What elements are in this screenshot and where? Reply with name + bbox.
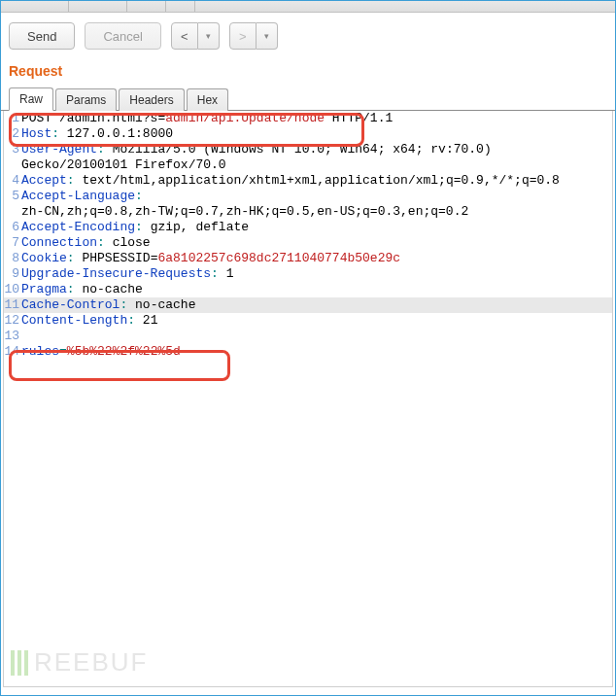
line-number [4, 204, 21, 220]
line-content: Accept: text/html,application/xhtml+xml,… [21, 173, 612, 189]
request-line[interactable]: 13 [4, 329, 612, 344]
line-content: Upgrade-Insecure-Requests: 1 [21, 266, 612, 282]
line-number: 7 [4, 235, 21, 251]
request-line[interactable]: 6Accept-Encoding: gzip, deflate [4, 220, 612, 235]
line-content: Content-Length: 21 [21, 313, 612, 329]
request-line[interactable]: 5Accept-Language: [4, 189, 612, 204]
history-forward-group: > ▾ [229, 22, 278, 50]
line-number: 13 [4, 329, 21, 344]
line-content: Pragma: no-cache [21, 282, 612, 297]
action-toolbar: Send Cancel < ▾ > ▾ [1, 13, 615, 59]
request-line[interactable]: 11Cache-Control: no-cache [4, 297, 612, 313]
line-content: Accept-Encoding: gzip, deflate [21, 220, 612, 235]
history-forward-dropdown[interactable]: ▾ [257, 22, 278, 50]
line-content: zh-CN,zh;q=0.8,zh-TW;q=0.7,zh-HK;q=0.5,e… [21, 204, 612, 220]
history-back-button[interactable]: < [171, 22, 198, 50]
line-content [21, 329, 612, 344]
line-content: Host: 127.0.0.1:8000 [21, 126, 612, 142]
strip-seg [166, 1, 195, 12]
strip-seg [1, 1, 69, 12]
request-line[interactable]: 10Pragma: no-cache [4, 282, 612, 297]
line-number: 12 [4, 313, 21, 329]
line-number: 3 [4, 142, 21, 157]
request-line[interactable]: 12Content-Length: 21 [4, 313, 612, 329]
line-number: 9 [4, 266, 21, 282]
chevron-down-icon: ▾ [206, 31, 211, 41]
chevron-left-icon: < [181, 29, 188, 44]
line-number: 10 [4, 282, 21, 297]
send-button[interactable]: Send [9, 22, 75, 50]
request-line[interactable]: 3User-Agent: Mozilla/5.0 (Windows NT 10.… [4, 142, 612, 157]
line-number [4, 157, 21, 173]
history-forward-button: > [229, 22, 257, 50]
line-number: 4 [4, 173, 21, 189]
request-line[interactable]: 14rules=%5b%22%2f%22%5d [4, 344, 612, 360]
request-line[interactable]: Gecko/20100101 Firefox/70.0 [4, 157, 612, 173]
tab-raw[interactable]: Raw [9, 87, 53, 111]
request-line[interactable]: 9Upgrade-Insecure-Requests: 1 [4, 266, 612, 282]
strip-seg [127, 1, 166, 12]
tab-headers[interactable]: Headers [119, 88, 184, 111]
tab-hex[interactable]: Hex [187, 88, 228, 111]
history-back-group: < ▾ [171, 22, 220, 50]
line-content: Gecko/20100101 Firefox/70.0 [21, 157, 612, 173]
request-line[interactable]: 7Connection: close [4, 235, 612, 251]
line-content: Cache-Control: no-cache [21, 297, 612, 313]
history-back-dropdown[interactable]: ▾ [198, 22, 220, 50]
request-line[interactable]: 1POST /admin.html?s=admin/api.Update/nod… [4, 111, 612, 126]
request-line[interactable]: 4Accept: text/html,application/xhtml+xml… [4, 173, 612, 189]
line-number: 1 [4, 111, 21, 126]
tab-params[interactable]: Params [55, 88, 117, 111]
request-line[interactable]: 8Cookie: PHPSESSID=6a8102257c698dc271104… [4, 251, 612, 266]
line-content: User-Agent: Mozilla/5.0 (Windows NT 10.0… [21, 142, 612, 157]
line-content: Accept-Language: [21, 189, 612, 204]
strip-seg [69, 1, 127, 12]
line-content: Connection: close [21, 235, 612, 251]
line-number: 8 [4, 251, 21, 266]
line-number: 6 [4, 220, 21, 235]
cancel-button: Cancel [85, 22, 160, 50]
line-content: POST /admin.html?s=admin/api.Update/node… [21, 111, 612, 126]
chevron-down-icon: ▾ [264, 31, 269, 41]
request-line[interactable]: 2Host: 127.0.0.1:8000 [4, 126, 612, 142]
line-content: rules=%5b%22%2f%22%5d [21, 344, 612, 360]
line-number: 14 [4, 344, 21, 360]
chevron-right-icon: > [239, 29, 247, 44]
request-tabs: Raw Params Headers Hex [1, 87, 615, 111]
request-section-label: Request [1, 59, 615, 87]
line-number: 5 [4, 189, 21, 204]
request-text-area[interactable]: 1POST /admin.html?s=admin/api.Update/nod… [3, 111, 613, 687]
line-content: Cookie: PHPSESSID=6a8102257c698dc2711040… [21, 251, 612, 266]
request-line[interactable]: zh-CN,zh;q=0.8,zh-TW;q=0.7,zh-HK;q=0.5,e… [4, 204, 612, 220]
line-number: 2 [4, 126, 21, 142]
line-number: 11 [4, 297, 21, 313]
top-toolbar-strip [1, 1, 615, 13]
